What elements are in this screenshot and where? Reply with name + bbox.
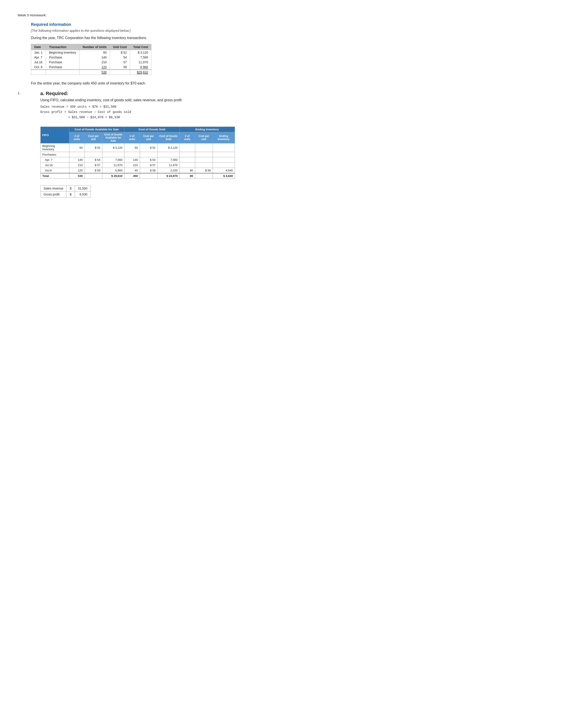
col-unit-cost: Unit Cost <box>110 44 130 50</box>
table-row: Oct. 6 Purchase 120 58 6,960 <box>31 65 151 70</box>
calc-line-2: Gross profit = Sales revenue − Cost of g… <box>40 110 235 115</box>
summary-row-gross: Gross profit $ 6,530 <box>40 191 90 197</box>
avail-units-header: # of units <box>69 132 85 143</box>
ending-inv-header: Ending Inventory <box>179 127 235 132</box>
inventory-transactions-table: Date Transaction Number of Units Unit Co… <box>31 44 151 75</box>
avail-total-header: Cost of Goods Available for Sale <box>102 132 124 143</box>
fifo-description: Using FIFO, calculate ending inventory, … <box>40 98 235 102</box>
end-total-header: Ending Inventory <box>212 132 235 143</box>
avail-cost-header: Cost per unit <box>85 132 102 143</box>
cost-sold-header: Cost of Goods Sold <box>124 127 179 132</box>
sells-text: For the entire year, the company sells 4… <box>31 81 545 85</box>
sold-cost-header: Cost per unit <box>140 132 157 143</box>
col-date: Date <box>31 44 46 50</box>
totals-row: 530 $29,610 <box>31 70 151 75</box>
section-number: 1. <box>18 91 21 95</box>
summary-row-sales: Sales revenue $ 31,500 <box>40 186 90 191</box>
fifo-row-jul16: Jul.16 210 $ 57 11,970 210 $ 57 11,970 <box>40 163 235 168</box>
cost-avail-header: Cost of Goods Available for Sale <box>69 127 124 132</box>
calc-line-1: Sales revenue = 450 units × $70 = $31,50… <box>40 104 235 110</box>
fifo-row-apr7: Apr. 7 140 $ 54 7,560 140 $ 54 7,560 <box>40 157 235 163</box>
fifo-row-total: Total 530 $ 29,610 450 $ 24,970 80 $ 4,6… <box>40 173 235 179</box>
fifo-header: FIFO <box>40 127 69 143</box>
fifo-table: FIFO Cost of Goods Available for Sale Co… <box>40 127 235 179</box>
table-row: Jul.16 Purchase 210 57 11,970 <box>31 60 151 65</box>
intro-text: During the year, TRC Corporation has the… <box>31 36 545 40</box>
required-info-title: Required information <box>31 22 545 27</box>
calculations-block: Sales revenue = 450 units × $70 = $31,50… <box>40 104 235 120</box>
page-title: Week 5 Homework: <box>18 13 545 17</box>
summary-table: Sales revenue $ 31,500 Gross profit $ 6,… <box>40 185 91 197</box>
italic-note: [The following information applies to th… <box>31 29 545 32</box>
table-row: Apr. 7 Purchase 140 54 7,560 <box>31 55 151 60</box>
fifo-row-beginning: Beginning Inventory 60 $ 52 $ 3,120 60 $… <box>40 143 235 152</box>
required-heading: a. Required: <box>40 91 235 96</box>
end-cost-header: Cost per unit <box>195 132 212 143</box>
calc-line-3: = $31,500 − $24,970 = $6,530 <box>40 115 235 120</box>
section-content: a. Required: Using FIFO, calculate endin… <box>40 91 235 197</box>
table-row: Jan. 1 Beginning inventory 60 $ 52 $ 3,1… <box>31 50 151 55</box>
col-transaction: Transaction <box>46 44 79 50</box>
col-units: Number of Units <box>79 44 110 50</box>
col-total-cost: Total Cost <box>130 44 151 50</box>
sold-units-header: # of units <box>124 132 140 143</box>
fifo-row-oct6: Oct.6 120 $ 58 6,960 40 $ 58 2,320 80 $ … <box>40 168 235 173</box>
end-units-header: # of units <box>179 132 195 143</box>
sold-total-header: Cost of Goods Sold <box>157 132 179 143</box>
fifo-row-purchases-label: Purchases: <box>40 152 235 157</box>
